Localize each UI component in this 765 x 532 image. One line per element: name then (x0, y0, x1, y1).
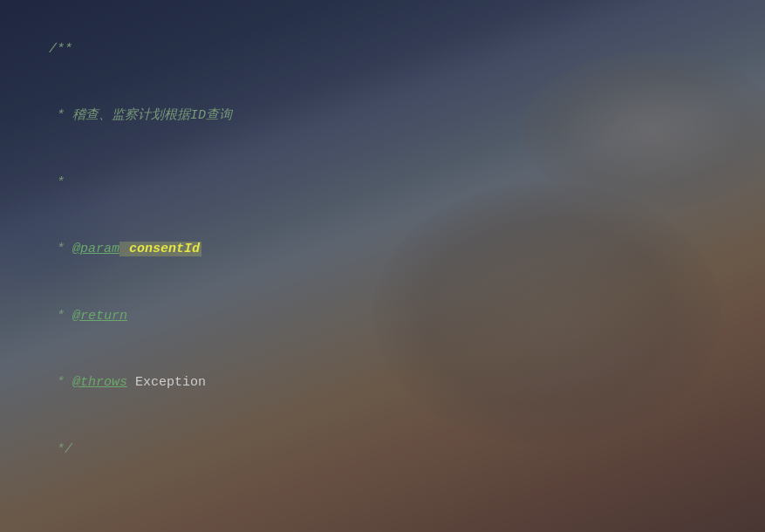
comment-open: /** (49, 42, 72, 57)
at-throws: @throws (72, 375, 127, 390)
comment-close: */ (49, 442, 72, 457)
param-value: consentId (120, 242, 201, 256)
code-block: /** * 稽查、监察计划根据ID查询 * * @param consentId… (17, 16, 748, 532)
code-panel: /** * 稽查、监察计划根据ID查询 * * @param consentId… (0, 0, 765, 532)
comment-return-line: * (49, 309, 72, 324)
at-param: @param (72, 242, 120, 256)
comment-blank: * (49, 175, 65, 190)
throws-exception: Exception (127, 375, 206, 390)
comment-throws-line: * (49, 375, 72, 390)
comment-param-tag: * (49, 242, 72, 256)
at-return: @return (72, 309, 127, 324)
comment-desc: * 稽查、监察计划根据ID查询 (49, 108, 232, 123)
